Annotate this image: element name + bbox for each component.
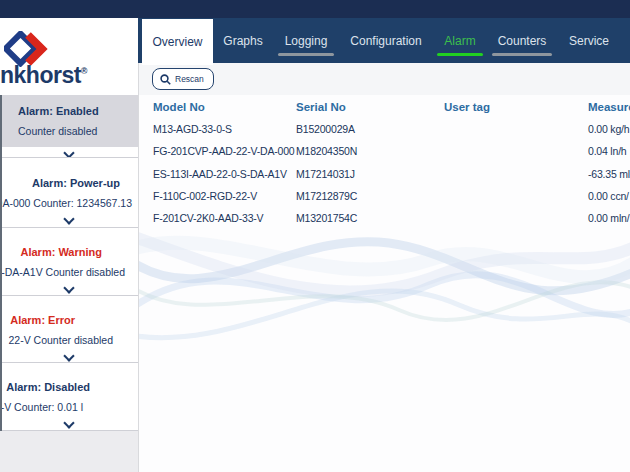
table-row[interactable]: FG-201CVP-AAD-22-V-DA-000 M18204350N 0.0… [139,141,630,163]
tab[interactable]: Configuration [344,18,428,63]
cell-serial: M17212879C [296,190,357,202]
alarm-sidebar: Alarm: Enabled Counter disabled Alarm: P… [0,95,138,472]
cell-model: F-201CV-2K0-AAD-33-V [153,212,263,224]
cell-measure: 0.00 kg/h [588,123,629,135]
brand-wordmark: nkhorst® [0,62,87,89]
alarm-status-label: Alarm: Enabled [18,105,99,117]
cell-measure: 0.00 mln/ [588,212,629,224]
tab-label: Alarm [444,34,475,48]
tab[interactable]: Service [560,18,618,63]
alarm-status-label: Alarm: Disabled [6,381,90,393]
sidebar-divider [138,63,139,472]
brand-panel: nkhorst® [0,18,138,95]
cell-serial: M13201754C [296,212,357,224]
chevron-down-icon[interactable] [63,147,74,158]
tab[interactable]: Counters [490,18,554,63]
alarm-card[interactable]: Alarm: Enabled Counter disabled [0,95,138,158]
cell-model: ES-113I-AAD-22-0-S-DA-A1V [153,168,287,180]
registered-mark: ® [81,66,87,76]
sidebar-left-edge [0,95,2,431]
counter-status-label: 22-V Counter disabled [9,334,113,346]
counter-status-label: 22-V-DA-000 Counter: 1234567.13 [0,197,132,209]
chevron-down-icon[interactable] [63,417,74,428]
window-title-bar [0,0,630,18]
cell-serial: M18204350N [296,145,357,157]
table-row[interactable]: F-201CV-2K0-AAD-33-V M13201754C 0.00 mln… [139,208,630,230]
alarm-card[interactable]: Alarm: Error 22-V Counter disabled [0,296,138,363]
cell-model: F-110C-002-RGD-22-V [153,190,257,202]
alarm-status-label: Alarm: Warning [21,246,103,258]
counter-status-label: D-33-V Counter: 0.01 l [0,401,83,413]
tab[interactable]: Overview [142,19,213,65]
alarm-status-label: Alarm: Error [10,314,75,326]
counter-status-label: 0-S-DA-A1V Counter disabled [0,266,125,278]
table-row[interactable]: ES-113I-AAD-22-0-S-DA-A1V M17214031J -63… [139,164,630,186]
chevron-down-icon[interactable] [63,282,74,293]
rescan-label: Rescan [175,74,204,84]
tab-label: Counters [498,34,547,48]
table-row[interactable]: F-110C-002-RGD-22-V M17212879C 0.00 ccn/ [139,186,630,208]
cell-serial: M17214031J [296,168,355,180]
alarm-card-list: Alarm: Enabled Counter disabled Alarm: P… [0,95,138,431]
table-header: Model No Serial No User tag Measure [139,99,630,119]
cell-model: FG-201CVP-AAD-22-V-DA-000 [153,145,294,157]
tab-label: Configuration [350,34,421,48]
chevron-down-icon[interactable] [63,350,74,361]
tab-label: Service [569,34,609,48]
cell-measure: 0.04 ln/h [588,145,626,157]
column-header-serial[interactable]: Serial No [296,101,346,113]
column-header-usertag[interactable]: User tag [444,101,490,113]
cell-serial: B15200029A [296,123,355,135]
tab[interactable]: Alarm [432,18,488,63]
device-table: Model No Serial No User tag Measure M13-… [139,95,630,472]
chevron-down-icon[interactable] [63,213,74,224]
alarm-card[interactable]: Alarm: Warning 0-S-DA-A1V Counter disabl… [0,228,138,296]
cell-measure: -63.35 ml [588,168,630,180]
tab-label: Overview [152,35,202,49]
tab[interactable]: Logging [275,18,337,63]
rescan-button[interactable]: Rescan [152,68,214,90]
column-header-measure[interactable]: Measure [588,101,630,113]
tab[interactable]: Graphs [214,18,272,63]
counter-status-label: Counter disabled [18,125,97,137]
alarm-card[interactable]: Alarm: Disabled D-33-V Counter: 0.01 l [0,363,138,431]
alarm-status-label: Alarm: Power-up [32,177,120,189]
tab-label: Graphs [223,34,262,48]
cell-measure: 0.00 ccn/ [588,190,629,202]
cell-model: M13-AGD-33-0-S [153,123,232,135]
table-body: M13-AGD-33-0-S B15200029A 0.00 kg/h FG-2… [139,119,630,230]
table-row[interactable]: M13-AGD-33-0-S B15200029A 0.00 kg/h [139,119,630,141]
search-icon [160,74,171,85]
alarm-card[interactable]: Alarm: Power-up 22-V-DA-000 Counter: 123… [0,158,138,228]
tab-label: Logging [285,34,328,48]
column-header-model[interactable]: Model No [153,101,205,113]
toolbar: Rescan [139,63,630,95]
app-window: Overview Graphs Logging Configuration Al… [0,0,630,472]
